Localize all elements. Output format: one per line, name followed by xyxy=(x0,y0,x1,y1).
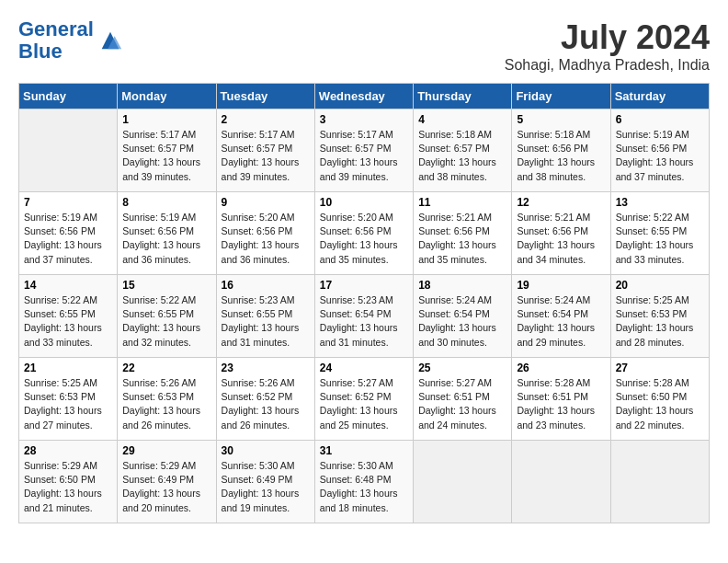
day-info: Sunrise: 5:26 AM Sunset: 6:52 PM Dayligh… xyxy=(222,376,310,432)
header-day-tuesday: Tuesday xyxy=(216,84,314,109)
day-number: 25 xyxy=(418,362,506,374)
day-number: 1 xyxy=(122,113,210,126)
calendar-cell: 7Sunrise: 5:19 AM Sunset: 6:56 PM Daylig… xyxy=(19,192,118,275)
day-info: Sunrise: 5:23 AM Sunset: 6:54 PM Dayligh… xyxy=(320,293,408,350)
day-info: Sunrise: 5:20 AM Sunset: 6:56 PM Dayligh… xyxy=(320,211,408,267)
day-number: 22 xyxy=(122,362,210,374)
day-number: 21 xyxy=(24,362,112,374)
calendar-cell: 21Sunrise: 5:25 AM Sunset: 6:53 PM Dayli… xyxy=(19,358,118,441)
day-number: 10 xyxy=(320,196,408,209)
calendar-cell: 10Sunrise: 5:20 AM Sunset: 6:56 PM Dayli… xyxy=(314,192,413,275)
day-info: Sunrise: 5:28 AM Sunset: 6:51 PM Dayligh… xyxy=(517,376,605,432)
calendar-cell: 22Sunrise: 5:26 AM Sunset: 6:53 PM Dayli… xyxy=(118,358,216,441)
day-info: Sunrise: 5:29 AM Sunset: 6:50 PM Dayligh… xyxy=(24,459,112,515)
day-info: Sunrise: 5:20 AM Sunset: 6:56 PM Dayligh… xyxy=(222,211,310,267)
day-number: 8 xyxy=(122,196,210,209)
calendar-cell: 5Sunrise: 5:18 AM Sunset: 6:56 PM Daylig… xyxy=(512,109,610,192)
day-info: Sunrise: 5:22 AM Sunset: 6:55 PM Dayligh… xyxy=(616,211,704,267)
logo-line2: Blue xyxy=(18,40,63,63)
calendar-cell: 24Sunrise: 5:27 AM Sunset: 6:52 PM Dayli… xyxy=(314,358,413,441)
day-info: Sunrise: 5:22 AM Sunset: 6:55 PM Dayligh… xyxy=(122,293,210,350)
day-info: Sunrise: 5:26 AM Sunset: 6:53 PM Dayligh… xyxy=(122,376,210,432)
calendar-table: SundayMondayTuesdayWednesdayThursdayFrid… xyxy=(18,83,710,523)
calendar-cell: 19Sunrise: 5:24 AM Sunset: 6:54 PM Dayli… xyxy=(512,275,610,358)
calendar-cell: 25Sunrise: 5:27 AM Sunset: 6:51 PM Dayli… xyxy=(414,358,512,441)
day-number: 23 xyxy=(222,362,310,374)
calendar-cell xyxy=(414,441,512,523)
day-info: Sunrise: 5:17 AM Sunset: 6:57 PM Dayligh… xyxy=(222,128,310,184)
month-title: July 2024 xyxy=(505,18,710,57)
week-row-1: 1Sunrise: 5:17 AM Sunset: 6:57 PM Daylig… xyxy=(19,109,710,192)
calendar-cell xyxy=(610,441,709,523)
day-info: Sunrise: 5:24 AM Sunset: 6:54 PM Dayligh… xyxy=(517,293,605,350)
calendar-cell: 6Sunrise: 5:19 AM Sunset: 6:56 PM Daylig… xyxy=(610,109,709,192)
day-number: 18 xyxy=(418,279,506,292)
day-number: 24 xyxy=(320,362,408,374)
day-info: Sunrise: 5:21 AM Sunset: 6:56 PM Dayligh… xyxy=(517,211,605,267)
day-number: 31 xyxy=(320,444,408,457)
day-info: Sunrise: 5:22 AM Sunset: 6:55 PM Dayligh… xyxy=(24,293,112,350)
day-number: 16 xyxy=(222,279,310,292)
calendar-cell: 14Sunrise: 5:22 AM Sunset: 6:55 PM Dayli… xyxy=(19,275,118,358)
day-info: Sunrise: 5:25 AM Sunset: 6:53 PM Dayligh… xyxy=(616,293,704,350)
day-number: 12 xyxy=(517,196,605,209)
day-number: 6 xyxy=(616,113,704,126)
day-number: 26 xyxy=(517,362,605,374)
day-info: Sunrise: 5:28 AM Sunset: 6:50 PM Dayligh… xyxy=(616,376,704,432)
calendar-cell: 8Sunrise: 5:19 AM Sunset: 6:56 PM Daylig… xyxy=(118,192,216,275)
day-number: 4 xyxy=(418,113,506,126)
day-number: 14 xyxy=(24,279,112,292)
week-row-2: 7Sunrise: 5:19 AM Sunset: 6:56 PM Daylig… xyxy=(19,192,710,275)
logo-line1: General xyxy=(18,17,94,40)
calendar-cell: 11Sunrise: 5:21 AM Sunset: 6:56 PM Dayli… xyxy=(414,192,512,275)
location-title: Sohagi, Madhya Pradesh, India xyxy=(505,57,710,74)
calendar-cell: 31Sunrise: 5:30 AM Sunset: 6:48 PM Dayli… xyxy=(314,441,413,523)
calendar-cell: 18Sunrise: 5:24 AM Sunset: 6:54 PM Dayli… xyxy=(414,275,512,358)
day-number: 19 xyxy=(517,279,605,292)
day-number: 27 xyxy=(616,362,704,374)
logo: General Blue xyxy=(18,18,123,63)
header-day-sunday: Sunday xyxy=(19,84,118,109)
calendar-cell: 27Sunrise: 5:28 AM Sunset: 6:50 PM Dayli… xyxy=(610,358,709,441)
calendar-cell: 16Sunrise: 5:23 AM Sunset: 6:55 PM Dayli… xyxy=(216,275,314,358)
logo-icon xyxy=(97,28,123,53)
day-info: Sunrise: 5:25 AM Sunset: 6:53 PM Dayligh… xyxy=(24,376,112,432)
header-day-monday: Monday xyxy=(118,84,216,109)
day-number: 20 xyxy=(616,279,704,292)
calendar-cell xyxy=(512,441,610,523)
day-info: Sunrise: 5:17 AM Sunset: 6:57 PM Dayligh… xyxy=(320,128,408,184)
calendar-cell: 4Sunrise: 5:18 AM Sunset: 6:57 PM Daylig… xyxy=(414,109,512,192)
header-day-wednesday: Wednesday xyxy=(314,84,413,109)
day-number: 28 xyxy=(24,444,112,457)
day-info: Sunrise: 5:21 AM Sunset: 6:56 PM Dayligh… xyxy=(418,211,506,267)
calendar-cell: 9Sunrise: 5:20 AM Sunset: 6:56 PM Daylig… xyxy=(216,192,314,275)
day-number: 9 xyxy=(222,196,310,209)
calendar-cell: 17Sunrise: 5:23 AM Sunset: 6:54 PM Dayli… xyxy=(314,275,413,358)
day-info: Sunrise: 5:30 AM Sunset: 6:48 PM Dayligh… xyxy=(320,459,408,515)
day-number: 7 xyxy=(24,196,112,209)
calendar-cell: 13Sunrise: 5:22 AM Sunset: 6:55 PM Dayli… xyxy=(610,192,709,275)
day-info: Sunrise: 5:19 AM Sunset: 6:56 PM Dayligh… xyxy=(616,128,704,184)
header-day-thursday: Thursday xyxy=(414,84,512,109)
day-number: 5 xyxy=(517,113,605,126)
calendar-cell: 15Sunrise: 5:22 AM Sunset: 6:55 PM Dayli… xyxy=(118,275,216,358)
day-info: Sunrise: 5:29 AM Sunset: 6:49 PM Dayligh… xyxy=(122,459,210,515)
calendar-cell: 2Sunrise: 5:17 AM Sunset: 6:57 PM Daylig… xyxy=(216,109,314,192)
day-info: Sunrise: 5:27 AM Sunset: 6:51 PM Dayligh… xyxy=(418,376,506,432)
day-number: 13 xyxy=(616,196,704,209)
calendar-cell: 29Sunrise: 5:29 AM Sunset: 6:49 PM Dayli… xyxy=(118,441,216,523)
day-number: 29 xyxy=(122,444,210,457)
logo-text: General Blue xyxy=(18,18,94,63)
calendar-cell: 26Sunrise: 5:28 AM Sunset: 6:51 PM Dayli… xyxy=(512,358,610,441)
week-row-5: 28Sunrise: 5:29 AM Sunset: 6:50 PM Dayli… xyxy=(19,441,710,523)
week-row-4: 21Sunrise: 5:25 AM Sunset: 6:53 PM Dayli… xyxy=(19,358,710,441)
calendar-cell: 1Sunrise: 5:17 AM Sunset: 6:57 PM Daylig… xyxy=(118,109,216,192)
header-day-saturday: Saturday xyxy=(610,84,709,109)
header-day-friday: Friday xyxy=(512,84,610,109)
calendar-cell: 30Sunrise: 5:30 AM Sunset: 6:49 PM Dayli… xyxy=(216,441,314,523)
day-info: Sunrise: 5:17 AM Sunset: 6:57 PM Dayligh… xyxy=(122,128,210,184)
day-number: 3 xyxy=(320,113,408,126)
calendar-cell: 12Sunrise: 5:21 AM Sunset: 6:56 PM Dayli… xyxy=(512,192,610,275)
day-info: Sunrise: 5:30 AM Sunset: 6:49 PM Dayligh… xyxy=(222,459,310,515)
day-info: Sunrise: 5:24 AM Sunset: 6:54 PM Dayligh… xyxy=(418,293,506,350)
